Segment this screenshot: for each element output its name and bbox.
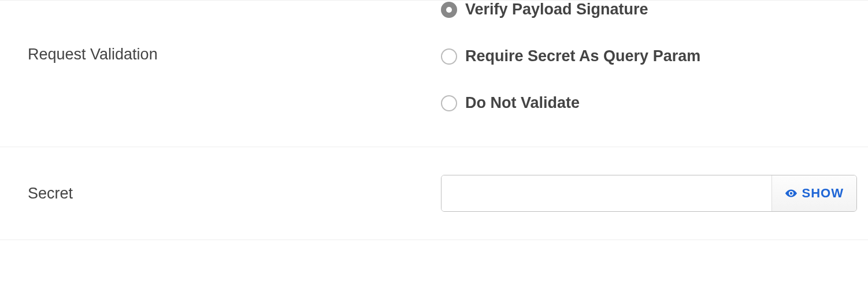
- radio-do-not-validate[interactable]: Do Not Validate: [441, 94, 840, 112]
- secret-row: Secret SHOW: [0, 147, 868, 240]
- validation-radio-group: Verify Payload Signature Require Secret …: [441, 1, 840, 112]
- secret-label: Secret: [28, 185, 441, 203]
- radio-indicator-icon: [441, 48, 457, 65]
- show-secret-button[interactable]: SHOW: [771, 175, 856, 211]
- eye-icon: [785, 187, 797, 200]
- request-validation-row: Request Validation Verify Payload Signat…: [0, 0, 868, 147]
- request-validation-options: Verify Payload Signature Require Secret …: [441, 1, 840, 147]
- radio-indicator-icon: [441, 95, 457, 111]
- request-validation-label: Request Validation: [28, 1, 441, 63]
- radio-require-secret-query-param[interactable]: Require Secret As Query Param: [441, 47, 840, 65]
- show-button-label: SHOW: [802, 186, 844, 201]
- secret-input[interactable]: [442, 175, 771, 211]
- secret-content: SHOW: [441, 175, 857, 212]
- radio-verify-payload-signature[interactable]: Verify Payload Signature: [441, 1, 840, 18]
- radio-indicator-icon: [441, 2, 457, 18]
- secret-field-group: SHOW: [441, 175, 857, 212]
- radio-label: Require Secret As Query Param: [465, 47, 700, 65]
- radio-label: Do Not Validate: [465, 94, 580, 112]
- radio-label: Verify Payload Signature: [465, 1, 648, 18]
